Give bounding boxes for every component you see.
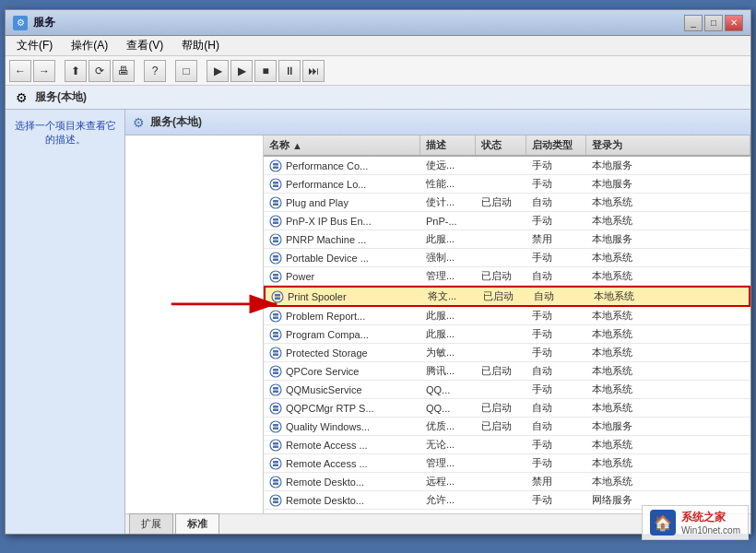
col-header-desc[interactable]: 描述: [420, 135, 476, 155]
restart-button[interactable]: ⏭: [302, 60, 325, 82]
svg-rect-4: [273, 182, 278, 184]
window-title: 服务: [33, 15, 684, 30]
service-icon: [269, 365, 282, 378]
table-row[interactable]: Quality Windows... 优质... 已启动 自动 本地服务: [264, 418, 750, 436]
cell-desc: 无论...: [420, 436, 476, 453]
minimize-button[interactable]: _: [684, 15, 703, 31]
svg-rect-46: [273, 442, 278, 445]
table-row[interactable]: Program Compa... 此服... 手动 本地系统: [264, 325, 750, 344]
cell-desc: 管理...: [420, 454, 476, 472]
table-row[interactable]: QQPCMgr RTP S... QQ... 已启动 自动 本地系统: [264, 399, 750, 418]
table-row[interactable]: Print Spooler 将文... 已启动 自动 本地系统: [264, 286, 750, 307]
print-button[interactable]: 🖶: [112, 60, 135, 82]
cell-login: 本地系统: [586, 249, 750, 266]
col-header-login[interactable]: 登录为: [586, 135, 750, 155]
forward-button[interactable]: →: [33, 60, 55, 82]
table-row[interactable]: Performance Lo... 性能... 手动 本地服务: [264, 175, 750, 194]
svg-rect-47: [273, 445, 278, 448]
table-row[interactable]: Plug and Play 使计... 已启动 自动 本地系统: [264, 194, 750, 212]
table-row[interactable]: Remote Deskto... 远程... 禁用 本地系统: [264, 473, 750, 491]
maximize-button[interactable]: □: [704, 15, 723, 31]
col-header-status[interactable]: 状态: [476, 135, 526, 155]
view-button[interactable]: □: [175, 60, 197, 82]
svg-rect-31: [273, 350, 278, 353]
table-row[interactable]: Remote Access ... 管理... 手动 本地系统: [264, 454, 750, 473]
cell-name: PNRP Machine ...: [264, 231, 420, 248]
svg-rect-50: [273, 464, 278, 466]
service-icon: [269, 476, 282, 488]
table-row[interactable]: Remote Access ... 无论... 手动 本地系统: [264, 436, 750, 454]
refresh-button[interactable]: ⟳: [89, 60, 111, 82]
cell-startup: 手动: [526, 381, 586, 398]
cell-name: Remote Deskto...: [264, 474, 420, 490]
menu-help[interactable]: 帮助(H): [174, 36, 227, 55]
table-row[interactable]: Protected Storage 为敏... 手动 本地系统: [264, 344, 750, 362]
cell-name: Portable Device ...: [264, 250, 420, 266]
cell-login: 本地系统: [586, 194, 750, 211]
col-header-name[interactable]: 名称 ▲: [264, 135, 420, 155]
cell-login: 本地系统: [588, 288, 749, 305]
table-row[interactable]: PnP-X IP Bus En... PnP-... 手动 本地系统: [264, 212, 750, 230]
table-row[interactable]: Performance Co... 使远... 手动 本地服务: [264, 157, 750, 175]
cell-name: Protected Storage: [264, 345, 420, 361]
close-button[interactable]: ✕: [725, 15, 743, 31]
table-row[interactable]: PNRP Machine ... 此服... 禁用 本地服务: [264, 230, 750, 249]
menu-file[interactable]: 文件(F): [9, 36, 60, 55]
table-row[interactable]: Portable Device ... 强制... 手动 本地系统: [264, 249, 750, 267]
cell-desc: 此服...: [420, 307, 476, 324]
back-button[interactable]: ←: [9, 60, 31, 82]
cell-login: 本地系统: [586, 212, 750, 229]
menu-action[interactable]: 操作(A): [64, 36, 115, 55]
menu-view[interactable]: 查看(V): [119, 36, 171, 55]
table-row[interactable]: Power 管理... 已启动 自动 本地系统: [264, 267, 750, 286]
service-icon: [269, 252, 282, 265]
svg-rect-14: [273, 240, 278, 242]
resume-button[interactable]: ▶: [230, 60, 253, 82]
cell-status: 已启动: [476, 362, 526, 380]
table-row[interactable]: QQMusicService QQ... 手动 本地系统: [264, 381, 750, 399]
table-row[interactable]: Problem Report... 此服... 手动 本地系统: [264, 307, 750, 325]
cell-login: 本地系统: [586, 325, 750, 343]
table-row[interactable]: QPCore Service 腾讯... 已启动 自动 本地系统: [264, 362, 750, 381]
cell-login: 本地系统: [586, 267, 750, 285]
service-icon: [269, 215, 282, 228]
cell-desc: 强制...: [420, 249, 476, 266]
cell-desc: 性能...: [420, 175, 476, 193]
table-body[interactable]: Performance Co... 使远... 手动 本地服务 Performa…: [264, 157, 750, 513]
cell-startup: 手动: [526, 157, 586, 174]
cell-status: [476, 333, 526, 336]
svg-rect-56: [273, 500, 278, 503]
cell-startup: 手动: [526, 344, 586, 361]
help-button[interactable]: ?: [144, 60, 166, 82]
service-icon: [271, 290, 284, 303]
svg-rect-28: [273, 332, 278, 335]
cell-name: Remote Deskto...: [264, 492, 420, 509]
svg-rect-53: [273, 482, 278, 485]
cell-status: [476, 462, 526, 465]
tab-standard[interactable]: 标准: [175, 513, 219, 534]
svg-rect-23: [275, 297, 280, 300]
svg-point-42: [270, 421, 281, 432]
svg-rect-40: [273, 406, 278, 408]
sidebar-description: 选择一个项目来查看它的描述。: [11, 119, 119, 147]
cell-status: [476, 351, 526, 355]
svg-rect-8: [273, 203, 278, 206]
up-button[interactable]: ⬆: [65, 60, 87, 82]
cell-name: QPCore Service: [264, 363, 420, 380]
cell-desc: 允许...: [420, 491, 476, 509]
pause-button[interactable]: ⏸: [278, 60, 301, 82]
service-icon: [269, 383, 282, 396]
tab-expand[interactable]: 扩展: [129, 513, 173, 534]
cell-desc: 使远...: [420, 157, 476, 174]
col-header-startup[interactable]: 启动类型: [526, 135, 586, 155]
stop-button[interactable]: ■: [254, 60, 277, 82]
cell-desc: 此服...: [420, 230, 476, 248]
cell-startup: 自动: [526, 362, 586, 380]
cell-startup: 手动: [526, 454, 586, 472]
svg-point-3: [270, 179, 281, 190]
cell-startup: 手动: [526, 436, 586, 453]
svg-point-0: [270, 160, 281, 171]
start-button[interactable]: ▶: [207, 60, 229, 82]
svg-point-15: [270, 253, 281, 264]
service-icon: [269, 328, 282, 341]
